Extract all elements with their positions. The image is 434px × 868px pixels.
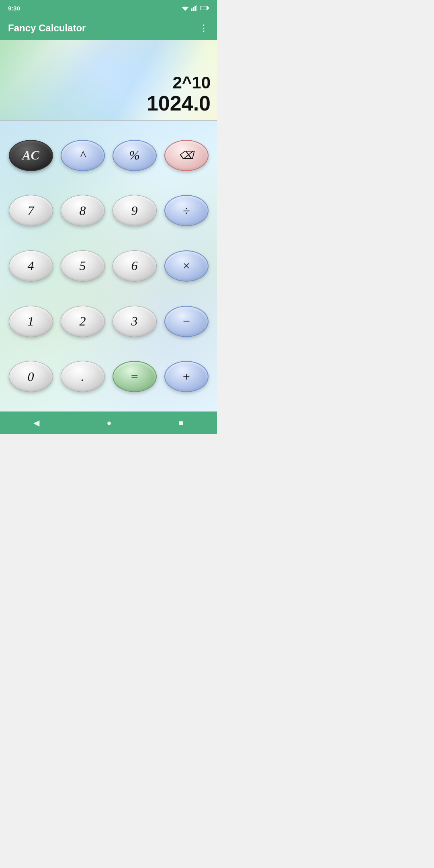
wifi-icon [182,5,189,11]
one-button[interactable]: 1 [9,306,53,337]
display-expression: 2^10 [172,74,211,92]
plus-button[interactable]: + [164,361,209,392]
back-nav-button[interactable]: ◀ [33,418,39,428]
power-button[interactable]: ^ [61,140,105,171]
svg-rect-3 [193,7,194,11]
button-row-1: AC ^ % ⌫ [5,140,212,171]
two-button[interactable]: 2 [61,306,105,337]
keypad: AC ^ % ⌫ 7 8 9 ÷ 4 5 [0,121,217,411]
eight-button[interactable]: 8 [61,195,105,226]
display-result: 1024.0 [147,92,211,115]
equals-button[interactable]: = [113,361,157,392]
status-icons [182,5,209,11]
battery-icon [200,6,209,10]
button-row-4: 1 2 3 − [5,306,212,337]
zero-button[interactable]: 0 [9,361,53,392]
signal-icon [191,5,198,11]
svg-rect-8 [201,6,207,10]
six-button[interactable]: 6 [113,250,157,282]
minus-button[interactable]: − [164,306,209,337]
app-bar: Fancy Calculator ⋮ [0,16,217,40]
ac-button[interactable]: AC [9,140,53,171]
status-time: 9:30 [8,5,20,12]
menu-button[interactable]: ⋮ [199,23,209,33]
multiply-button[interactable]: × [164,250,209,282]
three-button[interactable]: 3 [113,306,157,337]
button-row-3: 4 5 6 × [5,250,212,282]
recent-nav-button[interactable]: ■ [178,418,183,428]
status-bar: 9:30 [0,0,217,16]
navigation-bar: ◀ ● ■ [0,411,217,434]
backspace-icon: ⌫ [179,149,194,162]
svg-rect-4 [194,6,196,11]
svg-rect-2 [191,8,192,11]
svg-rect-5 [196,5,197,11]
home-nav-button[interactable]: ● [106,418,111,428]
backspace-button[interactable]: ⌫ [164,140,209,171]
svg-rect-7 [208,7,209,9]
display: 2^10 1024.0 [0,40,217,121]
percent-button[interactable]: % [113,140,157,171]
button-row-2: 7 8 9 ÷ [5,195,212,226]
divide-button[interactable]: ÷ [164,195,209,226]
button-row-5: 0 . = + [5,361,212,392]
four-button[interactable]: 4 [9,250,53,282]
nine-button[interactable]: 9 [113,195,157,226]
app-title: Fancy Calculator [8,23,86,34]
decimal-button[interactable]: . [61,361,105,392]
seven-button[interactable]: 7 [9,195,53,226]
five-button[interactable]: 5 [61,250,105,282]
